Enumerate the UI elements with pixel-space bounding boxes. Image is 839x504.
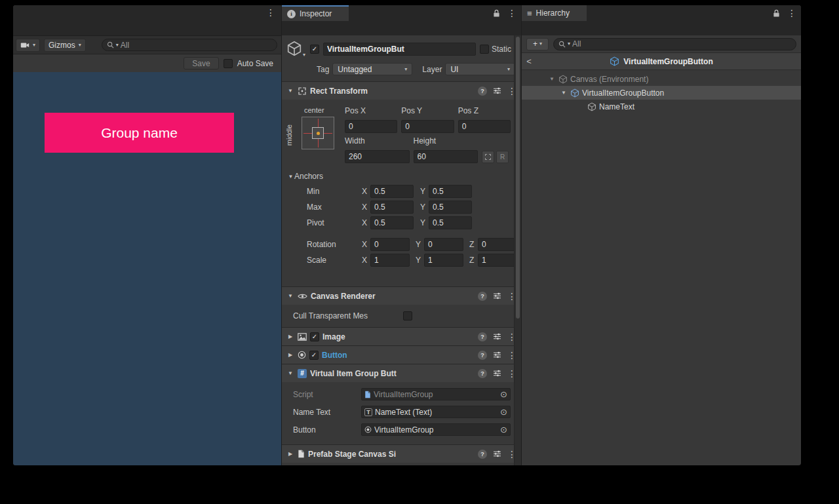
anchor-min-y-field[interactable] — [429, 185, 472, 198]
presets-icon[interactable] — [493, 333, 501, 340]
tag-dropdown[interactable]: Untagged ▾ — [332, 63, 412, 75]
lock-icon[interactable] — [773, 9, 780, 18]
image-enabled-checkbox[interactable]: ✓ — [310, 332, 319, 341]
create-object-button[interactable]: + ▾ — [526, 38, 549, 50]
rotation-z-field[interactable] — [478, 238, 517, 251]
anchor-preset-widget[interactable] — [302, 117, 334, 149]
inspector-tab-bar: i Inspector ⋮ — [282, 5, 521, 35]
scene-canvas[interactable]: Group name — [13, 72, 281, 465]
pos-x-field[interactable] — [345, 120, 397, 133]
help-icon[interactable]: ? — [478, 369, 487, 378]
foldout-open-icon[interactable]: ▼ — [286, 293, 294, 299]
search-icon — [558, 41, 566, 48]
foldout-open-icon[interactable]: ▼ — [286, 370, 294, 376]
scene-search-input[interactable]: ▾ All — [102, 39, 277, 51]
info-icon: i — [287, 10, 296, 18]
button-object-field[interactable]: VirtualItemGroup ⊙ — [361, 423, 511, 436]
help-icon[interactable]: ? — [478, 87, 487, 96]
button-header[interactable]: ▶ ✓ Button ? ⋮ — [282, 346, 521, 364]
rotation-row: Rotation X Y Z — [287, 237, 511, 252]
object-picker-icon[interactable]: ⊙ — [500, 408, 507, 416]
presets-icon[interactable] — [493, 450, 501, 457]
rotation-x-field[interactable] — [370, 238, 410, 251]
hierarchy-search-input[interactable]: ▾ All — [553, 38, 796, 50]
scrollbar-thumb[interactable] — [516, 37, 520, 319]
chevron-down-icon: ▾ — [303, 52, 305, 58]
foldout-closed-icon[interactable]: ▶ — [286, 352, 294, 358]
help-icon[interactable]: ? — [478, 450, 487, 459]
auto-save-checkbox[interactable]: ✓ — [224, 59, 233, 68]
tab-hierarchy[interactable]: ≡ Hierarchy — [522, 5, 587, 21]
scale-z-field[interactable] — [478, 254, 517, 267]
foldout-open-icon[interactable]: ▼ — [287, 174, 294, 180]
scale-x-field[interactable] — [370, 254, 410, 267]
blueprint-mode-button[interactable] — [482, 151, 494, 163]
lock-icon[interactable] — [493, 9, 500, 18]
pivot-x-field[interactable] — [370, 216, 414, 229]
pos-y-label: Pos Y — [401, 106, 454, 117]
inspector-menu-kebab-icon[interactable]: ⋮ — [507, 9, 517, 18]
component-image: ▶ ✓ Image ? ⋮ — [282, 327, 521, 345]
help-icon[interactable]: ? — [478, 332, 487, 341]
static-checkbox[interactable]: ✓ — [480, 45, 489, 54]
camera-icon — [20, 42, 29, 48]
layer-dropdown[interactable]: UI ▾ — [445, 63, 515, 75]
object-name-field[interactable] — [323, 43, 476, 56]
foldout-closed-icon[interactable]: ▶ — [286, 451, 294, 457]
rect-transform-header[interactable]: ▼ Rect Transform ? ⋮ — [282, 82, 521, 100]
pivot-y-field[interactable] — [429, 216, 472, 229]
foldout-closed-icon[interactable]: ▶ — [286, 334, 294, 339]
button-enabled-checkbox[interactable]: ✓ — [309, 351, 319, 360]
prefab-root-title[interactable]: VirtualItemGroupButton — [522, 56, 801, 66]
help-icon[interactable]: ? — [478, 351, 487, 360]
presets-icon[interactable] — [493, 370, 501, 377]
foldout-open-icon[interactable]: ▼ — [560, 90, 568, 96]
image-header[interactable]: ▶ ✓ Image ? ⋮ — [282, 328, 521, 345]
gameobject-cube-icon[interactable]: ▾ — [286, 41, 306, 58]
width-field[interactable] — [345, 150, 410, 163]
scene-menu-kebab-icon[interactable]: ⋮ — [266, 8, 275, 17]
presets-icon[interactable] — [493, 87, 501, 94]
foldout-open-icon[interactable]: ▼ — [286, 88, 294, 94]
pos-z-field[interactable] — [458, 120, 511, 133]
anchor-max-x-field[interactable] — [370, 201, 414, 214]
anchor-max-y-field[interactable] — [429, 201, 472, 214]
anchor-min-x-field[interactable] — [370, 185, 414, 198]
hierarchy-row-virtualitemgroupbutton[interactable]: ▼ VirtualItemGroupButton — [522, 86, 801, 100]
script-component-header[interactable]: ▼ # Virtual Item Group Butt ? ⋮ — [282, 364, 521, 382]
tab-inspector[interactable]: i Inspector — [282, 5, 349, 21]
y-axis-label: Y — [420, 203, 429, 212]
scale-y-field[interactable] — [424, 254, 463, 267]
pos-y-field[interactable] — [401, 120, 454, 133]
help-icon[interactable]: ? — [478, 292, 487, 301]
hierarchy-menu-kebab-icon[interactable]: ⋮ — [787, 9, 796, 18]
name-text-object-field[interactable]: T NameText (Text) ⊙ — [361, 406, 511, 418]
height-field[interactable] — [414, 150, 478, 163]
rect-transform-icon — [298, 87, 307, 96]
draw-mode-dropdown[interactable]: ▾ — [16, 39, 40, 52]
object-picker-icon[interactable]: ⊙ — [500, 390, 507, 398]
gizmos-dropdown[interactable]: Gizmos ▾ — [44, 39, 86, 52]
raw-edit-mode-button[interactable]: R — [496, 151, 509, 163]
prefab-stage-header[interactable]: ▶ Prefab Stage Canvas Si ? ⋮ — [282, 445, 521, 463]
group-name-button[interactable]: Group name — [45, 113, 234, 153]
hierarchy-row-canvas[interactable]: ▼ Canvas (Environment) — [522, 72, 801, 86]
foldout-open-icon[interactable]: ▼ — [548, 76, 556, 82]
plus-icon: + — [533, 39, 537, 48]
rotation-y-field[interactable] — [424, 238, 463, 251]
cull-transparent-mesh-checkbox[interactable]: ✓ — [403, 311, 412, 320]
presets-icon[interactable] — [493, 292, 501, 300]
inspector-scrollbar[interactable] — [514, 35, 521, 465]
script-object-field[interactable]: VirtualItemGroup ⊙ — [361, 388, 511, 400]
presets-icon[interactable] — [493, 351, 501, 359]
chevron-down-icon: ▾ — [507, 67, 510, 72]
prefab-cube-icon — [610, 56, 619, 66]
canvas-renderer-header[interactable]: ▼ Canvas Renderer ? ⋮ — [282, 287, 521, 305]
active-checkbox[interactable]: ✓ — [310, 45, 319, 54]
tag-value: Untagged — [338, 65, 372, 74]
object-picker-icon[interactable]: ⊙ — [500, 425, 507, 434]
desktop: { "icons": { "kebab": "⋮", "dropdown": "… — [0, 0, 839, 504]
hierarchy-row-nametext[interactable]: NameText — [522, 100, 801, 113]
save-button[interactable]: Save — [184, 57, 218, 69]
component-title: Prefab Stage Canvas Si — [308, 450, 396, 459]
